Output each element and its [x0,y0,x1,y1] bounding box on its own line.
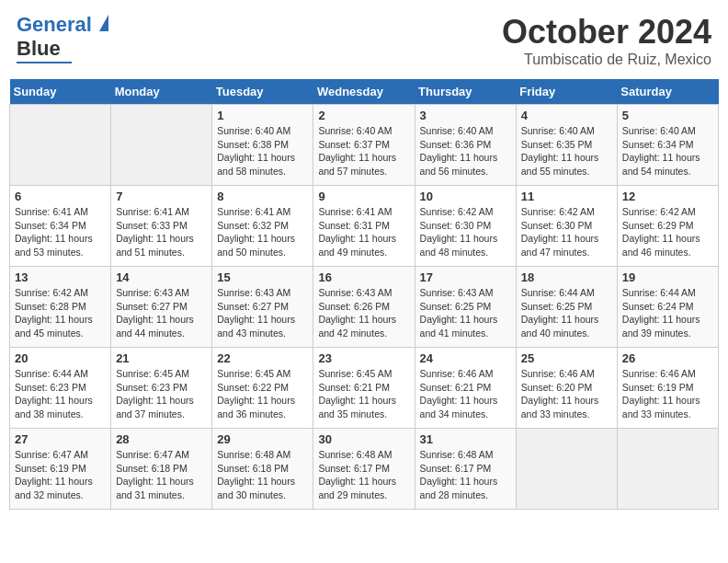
weekday-header-saturday: Saturday [617,79,718,105]
calendar-cell: 29Sunrise: 6:48 AM Sunset: 6:18 PM Dayli… [212,429,313,510]
weekday-header-tuesday: Tuesday [212,79,313,105]
day-number: 13 [15,270,106,284]
calendar-cell: 17Sunrise: 6:43 AM Sunset: 6:25 PM Dayli… [415,267,516,348]
day-number: 18 [521,270,612,284]
calendar-cell: 27Sunrise: 6:47 AM Sunset: 6:19 PM Dayli… [10,429,111,510]
calendar-cell [10,105,111,186]
day-info: Sunrise: 6:43 AM Sunset: 6:26 PM Dayligh… [318,286,409,340]
calendar-cell: 28Sunrise: 6:47 AM Sunset: 6:18 PM Dayli… [111,429,212,510]
calendar-cell: 19Sunrise: 6:44 AM Sunset: 6:24 PM Dayli… [617,267,718,348]
day-info: Sunrise: 6:46 AM Sunset: 6:20 PM Dayligh… [521,367,612,421]
calendar-week-5: 27Sunrise: 6:47 AM Sunset: 6:19 PM Dayli… [10,429,719,510]
weekday-header-sunday: Sunday [10,79,111,105]
title-block: October 2024 Tumbiscatio de Ruiz, Mexico [502,13,711,68]
calendar-cell: 13Sunrise: 6:42 AM Sunset: 6:28 PM Dayli… [10,267,111,348]
day-number: 26 [622,351,713,365]
day-info: Sunrise: 6:40 AM Sunset: 6:37 PM Dayligh… [318,124,409,178]
day-info: Sunrise: 6:41 AM Sunset: 6:34 PM Dayligh… [15,205,106,259]
calendar-cell: 30Sunrise: 6:48 AM Sunset: 6:17 PM Dayli… [313,429,415,510]
day-number: 24 [420,351,511,365]
day-number: 14 [116,270,207,284]
day-number: 31 [420,432,511,446]
day-info: Sunrise: 6:45 AM Sunset: 6:22 PM Dayligh… [217,367,308,421]
calendar-cell: 12Sunrise: 6:42 AM Sunset: 6:29 PM Dayli… [617,186,718,267]
calendar-cell: 14Sunrise: 6:43 AM Sunset: 6:27 PM Dayli… [111,267,212,348]
day-number: 15 [217,270,308,284]
logo-text: General [17,13,108,37]
day-info: Sunrise: 6:41 AM Sunset: 6:32 PM Dayligh… [217,205,308,259]
day-info: Sunrise: 6:48 AM Sunset: 6:17 PM Dayligh… [318,448,409,502]
day-number: 12 [622,190,713,203]
day-number: 29 [217,432,308,446]
logo: General Blue [17,13,108,63]
day-info: Sunrise: 6:43 AM Sunset: 6:25 PM Dayligh… [420,286,511,340]
calendar-cell: 16Sunrise: 6:43 AM Sunset: 6:26 PM Dayli… [313,267,415,348]
day-number: 30 [318,432,409,446]
calendar-cell [516,429,617,510]
calendar-cell: 7Sunrise: 6:41 AM Sunset: 6:33 PM Daylig… [111,186,212,267]
day-info: Sunrise: 6:40 AM Sunset: 6:34 PM Dayligh… [622,124,713,178]
day-info: Sunrise: 6:40 AM Sunset: 6:35 PM Dayligh… [521,124,612,178]
calendar-cell: 21Sunrise: 6:45 AM Sunset: 6:23 PM Dayli… [111,348,212,429]
calendar-cell: 6Sunrise: 6:41 AM Sunset: 6:34 PM Daylig… [10,186,111,267]
day-info: Sunrise: 6:44 AM Sunset: 6:24 PM Dayligh… [622,286,713,340]
day-info: Sunrise: 6:47 AM Sunset: 6:19 PM Dayligh… [15,448,106,502]
logo-triangle-icon [99,15,108,31]
calendar-header: SundayMondayTuesdayWednesdayThursdayFrid… [10,79,719,105]
calendar-cell: 10Sunrise: 6:42 AM Sunset: 6:30 PM Dayli… [415,186,516,267]
calendar-cell: 1Sunrise: 6:40 AM Sunset: 6:38 PM Daylig… [212,105,313,186]
day-number: 6 [15,190,106,203]
calendar-cell: 23Sunrise: 6:45 AM Sunset: 6:21 PM Dayli… [313,348,415,429]
calendar-week-4: 20Sunrise: 6:44 AM Sunset: 6:23 PM Dayli… [10,348,719,429]
day-number: 23 [318,351,409,365]
calendar-cell: 9Sunrise: 6:41 AM Sunset: 6:31 PM Daylig… [313,186,415,267]
day-info: Sunrise: 6:42 AM Sunset: 6:28 PM Dayligh… [15,286,106,340]
calendar-cell: 20Sunrise: 6:44 AM Sunset: 6:23 PM Dayli… [10,348,111,429]
logo-blue-text: Blue [17,37,61,61]
day-number: 7 [116,190,207,203]
day-info: Sunrise: 6:45 AM Sunset: 6:21 PM Dayligh… [318,367,409,421]
day-info: Sunrise: 6:41 AM Sunset: 6:33 PM Dayligh… [116,205,207,259]
day-number: 28 [116,432,207,446]
calendar-cell: 5Sunrise: 6:40 AM Sunset: 6:34 PM Daylig… [617,105,718,186]
day-number: 4 [521,109,612,122]
day-number: 8 [217,190,308,203]
day-info: Sunrise: 6:45 AM Sunset: 6:23 PM Dayligh… [116,367,207,421]
calendar-cell: 2Sunrise: 6:40 AM Sunset: 6:37 PM Daylig… [313,105,415,186]
day-info: Sunrise: 6:42 AM Sunset: 6:30 PM Dayligh… [420,205,511,259]
calendar-week-2: 6Sunrise: 6:41 AM Sunset: 6:34 PM Daylig… [10,186,719,267]
day-number: 5 [622,109,713,122]
calendar-cell: 3Sunrise: 6:40 AM Sunset: 6:36 PM Daylig… [415,105,516,186]
weekday-header-friday: Friday [516,79,617,105]
day-number: 2 [318,109,409,122]
calendar-cell: 15Sunrise: 6:43 AM Sunset: 6:27 PM Dayli… [212,267,313,348]
calendar-cell [617,429,718,510]
month-title: October 2024 [502,13,711,52]
calendar-cell: 4Sunrise: 6:40 AM Sunset: 6:35 PM Daylig… [516,105,617,186]
calendar-table: SundayMondayTuesdayWednesdayThursdayFrid… [9,79,719,510]
day-number: 11 [521,190,612,203]
calendar-cell: 25Sunrise: 6:46 AM Sunset: 6:20 PM Dayli… [516,348,617,429]
day-info: Sunrise: 6:46 AM Sunset: 6:19 PM Dayligh… [622,367,713,421]
day-number: 25 [521,351,612,365]
day-number: 20 [15,351,106,365]
day-number: 9 [318,190,409,203]
weekday-header-wednesday: Wednesday [313,79,415,105]
calendar-cell: 22Sunrise: 6:45 AM Sunset: 6:22 PM Dayli… [212,348,313,429]
day-info: Sunrise: 6:43 AM Sunset: 6:27 PM Dayligh… [116,286,207,340]
day-number: 16 [318,270,409,284]
calendar-cell: 24Sunrise: 6:46 AM Sunset: 6:21 PM Dayli… [415,348,516,429]
day-number: 19 [622,270,713,284]
location-subtitle: Tumbiscatio de Ruiz, Mexico [502,52,711,68]
day-number: 10 [420,190,511,203]
day-info: Sunrise: 6:42 AM Sunset: 6:29 PM Dayligh… [622,205,713,259]
day-number: 3 [420,109,511,122]
day-info: Sunrise: 6:48 AM Sunset: 6:18 PM Dayligh… [217,448,308,502]
calendar-cell: 31Sunrise: 6:48 AM Sunset: 6:17 PM Dayli… [415,429,516,510]
day-info: Sunrise: 6:40 AM Sunset: 6:36 PM Dayligh… [420,124,511,178]
calendar-cell: 26Sunrise: 6:46 AM Sunset: 6:19 PM Dayli… [617,348,718,429]
calendar-body: 1Sunrise: 6:40 AM Sunset: 6:38 PM Daylig… [10,105,719,510]
day-number: 17 [420,270,511,284]
calendar-cell [111,105,212,186]
weekday-header-thursday: Thursday [415,79,516,105]
